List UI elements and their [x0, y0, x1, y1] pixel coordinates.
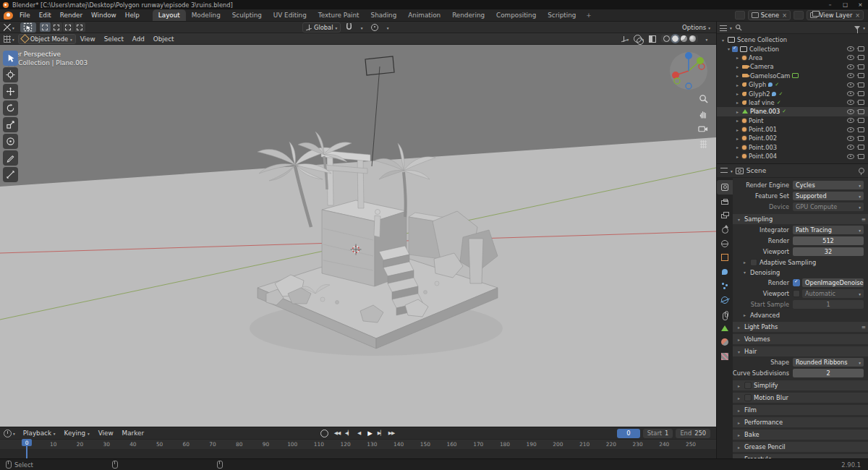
frame-end-field[interactable]: End 250: [676, 429, 710, 438]
expand-arrow-icon[interactable]: [734, 82, 741, 87]
menu-add[interactable]: Add: [128, 33, 149, 44]
visibility-eye-icon[interactable]: [847, 109, 854, 114]
outliner-row-area[interactable]: Area: [717, 54, 868, 62]
render-visibility-icon[interactable]: [858, 154, 864, 159]
workspace-tab-animation[interactable]: Animation: [402, 9, 446, 21]
workspace-tab-shading[interactable]: Shading: [365, 9, 403, 21]
timeline-track-area[interactable]: [0, 449, 716, 458]
menu-view[interactable]: View: [76, 33, 100, 44]
visibility-eye-icon[interactable]: [847, 73, 854, 78]
properties-editor-icon[interactable]: [720, 167, 728, 174]
start-sample-field[interactable]: 1: [793, 300, 864, 309]
frame-start-field[interactable]: Start 1: [643, 429, 673, 438]
expand-arrow-icon[interactable]: [734, 127, 741, 132]
overlays-dropdown[interactable]: [634, 34, 644, 43]
tab-view-layer-properties[interactable]: [717, 208, 733, 223]
next-keyframe-button[interactable]: ▶▏: [375, 429, 386, 438]
maximize-button[interactable]: □: [838, 0, 853, 9]
panel-freestyle[interactable]: Freestyle: [733, 454, 868, 458]
snap-options-dropdown[interactable]: [357, 22, 367, 32]
select-mode-extend[interactable]: [51, 22, 62, 32]
expand-arrow-icon[interactable]: [734, 145, 741, 150]
outliner-row-scene-collection[interactable]: Scene Collection: [717, 35, 868, 44]
device-dropdown[interactable]: GPU Compute: [793, 202, 864, 211]
outliner-editor-icon[interactable]: [720, 24, 727, 31]
panel-volumes[interactable]: Volumes: [733, 334, 868, 344]
integrator-dropdown[interactable]: Path Tracing: [793, 226, 864, 234]
transform-orientation-dropdown[interactable]: Global: [302, 22, 341, 33]
panel-simplify[interactable]: Simplify: [733, 380, 868, 390]
jump-to-start-button[interactable]: ◀◀: [332, 429, 342, 438]
select-box-tool[interactable]: [3, 51, 18, 66]
expand-arrow-icon[interactable]: [734, 100, 741, 105]
options-dropdown[interactable]: Options: [682, 24, 710, 31]
expand-arrow-icon[interactable]: [734, 55, 741, 60]
render-visibility-icon[interactable]: [858, 136, 864, 141]
denoise-viewport-checkbox[interactable]: [793, 290, 800, 297]
outliner-row-collection[interactable]: Collection: [717, 44, 868, 53]
view-layer-selector[interactable]: View Layer ×: [807, 10, 864, 20]
visibility-eye-icon[interactable]: [847, 46, 854, 51]
render-engine-dropdown[interactable]: Cycles: [793, 181, 864, 189]
simplify-checkbox[interactable]: [744, 382, 752, 389]
panel-bake[interactable]: Bake: [733, 430, 868, 440]
scene-unlink-icon[interactable]: ×: [782, 12, 787, 19]
mode-dropdown[interactable]: Object Mode: [18, 34, 76, 44]
measure-tool[interactable]: [3, 167, 18, 182]
outliner-row-point-003[interactable]: Point.003: [717, 143, 868, 152]
outliner-row-point-004[interactable]: Point.004: [717, 152, 868, 161]
menu-file[interactable]: File: [15, 9, 35, 21]
menu-marker[interactable]: Marker: [118, 427, 148, 439]
menu-window[interactable]: Window: [87, 9, 121, 21]
visibility-eye-icon[interactable]: [847, 136, 854, 141]
solid-shading-button[interactable]: [672, 35, 678, 42]
material-preview-button[interactable]: [681, 35, 687, 42]
outliner-row-leaf-vine[interactable]: leaf vine: [717, 98, 868, 107]
render-visibility-icon[interactable]: [858, 109, 864, 114]
expand-arrow-icon[interactable]: [734, 73, 741, 78]
zoom-button[interactable]: [697, 93, 709, 104]
play-button[interactable]: ▶: [365, 429, 375, 438]
render-visibility-icon[interactable]: [858, 145, 864, 150]
samples-render-field[interactable]: 512: [793, 236, 864, 245]
subpanel-advanced[interactable]: Advanced: [733, 310, 868, 320]
add-workspace-button[interactable]: +: [582, 9, 595, 21]
browse-scene-icon[interactable]: [735, 11, 745, 20]
shading-options-dropdown[interactable]: [702, 34, 712, 43]
blender-menu-icon[interactable]: [4, 12, 13, 20]
expand-arrow-icon[interactable]: [720, 38, 726, 43]
denoise-render-checkbox[interactable]: [793, 279, 800, 286]
play-reverse-button[interactable]: ◀: [354, 429, 364, 438]
workspace-tab-uv-editing[interactable]: UV Editing: [268, 9, 312, 21]
workspace-tab-rendering[interactable]: Rendering: [446, 9, 490, 21]
auto-keyframe-record-icon[interactable]: [320, 430, 328, 437]
render-visibility-icon[interactable]: [858, 127, 864, 132]
denoiser-dropdown[interactable]: OpenImageDenoise: [802, 278, 864, 287]
presets-menu-icon[interactable]: [861, 216, 866, 223]
panel-light-paths[interactable]: Light Paths: [733, 322, 868, 332]
workspace-tab-layout[interactable]: Layout: [153, 9, 186, 21]
tab-texture-properties[interactable]: [717, 349, 733, 364]
previous-keyframe-button[interactable]: ◀▏: [343, 429, 353, 438]
outliner-row-gamelsocam[interactable]: GamelsoCam: [717, 72, 868, 80]
tab-modifier-properties[interactable]: [717, 265, 733, 279]
panel-hair[interactable]: Hair: [733, 346, 868, 356]
rotate-tool[interactable]: [3, 101, 18, 116]
wireframe-shading-button[interactable]: [663, 35, 670, 42]
workspace-tab-compositing[interactable]: Compositing: [490, 9, 542, 21]
editor-type-tool-button[interactable]: [0, 22, 18, 33]
expand-arrow-icon[interactable]: [734, 109, 741, 114]
tab-material-properties[interactable]: [717, 336, 733, 350]
render-visibility-icon[interactable]: [858, 91, 864, 96]
rendered-shading-button[interactable]: [689, 35, 696, 42]
camera-view-button[interactable]: [697, 123, 709, 134]
panel-grease-pencil[interactable]: Grease Pencil: [733, 442, 868, 452]
tab-object-properties[interactable]: [717, 251, 733, 265]
navigation-gizmo[interactable]: [668, 51, 709, 91]
subpanel-adaptive-sampling[interactable]: Adaptive Sampling: [733, 257, 868, 267]
scale-tool[interactable]: [3, 117, 18, 132]
expand-arrow-icon[interactable]: [726, 46, 732, 51]
search-icon[interactable]: [735, 24, 742, 31]
outliner-row-plane-003[interactable]: Plane.003: [717, 107, 868, 116]
proportional-edit-icon[interactable]: [370, 22, 380, 32]
